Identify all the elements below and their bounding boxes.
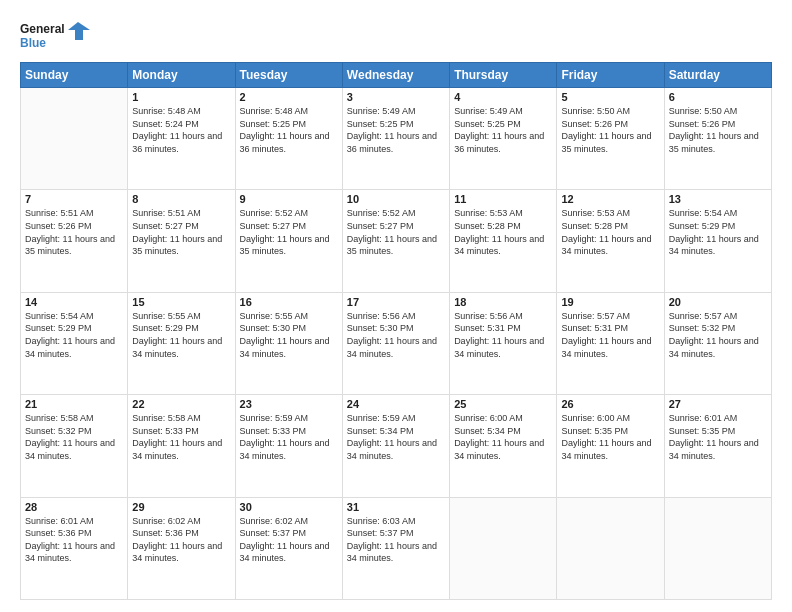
weekday-header: Wednesday [342,63,449,88]
day-info: Sunrise: 5:59 AMSunset: 5:33 PMDaylight:… [240,412,338,462]
day-number: 13 [669,193,767,205]
weekday-header: Tuesday [235,63,342,88]
calendar-week-row: 1Sunrise: 5:48 AMSunset: 5:24 PMDaylight… [21,88,772,190]
day-number: 15 [132,296,230,308]
calendar-cell [450,497,557,599]
calendar-cell: 14Sunrise: 5:54 AMSunset: 5:29 PMDayligh… [21,292,128,394]
calendar-cell: 17Sunrise: 5:56 AMSunset: 5:30 PMDayligh… [342,292,449,394]
day-number: 9 [240,193,338,205]
calendar-cell: 26Sunrise: 6:00 AMSunset: 5:35 PMDayligh… [557,395,664,497]
day-number: 19 [561,296,659,308]
calendar-cell: 10Sunrise: 5:52 AMSunset: 5:27 PMDayligh… [342,190,449,292]
day-number: 5 [561,91,659,103]
calendar-cell: 2Sunrise: 5:48 AMSunset: 5:25 PMDaylight… [235,88,342,190]
page: General Blue SundayMondayTuesdayWednesda… [0,0,792,612]
calendar-cell: 12Sunrise: 5:53 AMSunset: 5:28 PMDayligh… [557,190,664,292]
day-info: Sunrise: 5:50 AMSunset: 5:26 PMDaylight:… [669,105,767,155]
calendar-cell: 7Sunrise: 5:51 AMSunset: 5:26 PMDaylight… [21,190,128,292]
day-number: 26 [561,398,659,410]
day-number: 16 [240,296,338,308]
day-info: Sunrise: 5:59 AMSunset: 5:34 PMDaylight:… [347,412,445,462]
day-number: 3 [347,91,445,103]
calendar-cell [21,88,128,190]
svg-text:Blue: Blue [20,36,46,50]
calendar-cell: 23Sunrise: 5:59 AMSunset: 5:33 PMDayligh… [235,395,342,497]
day-info: Sunrise: 5:52 AMSunset: 5:27 PMDaylight:… [347,207,445,257]
calendar-cell: 29Sunrise: 6:02 AMSunset: 5:36 PMDayligh… [128,497,235,599]
day-number: 28 [25,501,123,513]
day-info: Sunrise: 5:49 AMSunset: 5:25 PMDaylight:… [454,105,552,155]
day-info: Sunrise: 5:58 AMSunset: 5:32 PMDaylight:… [25,412,123,462]
calendar-cell: 5Sunrise: 5:50 AMSunset: 5:26 PMDaylight… [557,88,664,190]
day-info: Sunrise: 5:53 AMSunset: 5:28 PMDaylight:… [561,207,659,257]
day-number: 22 [132,398,230,410]
calendar-week-row: 21Sunrise: 5:58 AMSunset: 5:32 PMDayligh… [21,395,772,497]
weekday-header: Saturday [664,63,771,88]
calendar-cell: 20Sunrise: 5:57 AMSunset: 5:32 PMDayligh… [664,292,771,394]
day-info: Sunrise: 6:01 AMSunset: 5:36 PMDaylight:… [25,515,123,565]
calendar-cell: 30Sunrise: 6:02 AMSunset: 5:37 PMDayligh… [235,497,342,599]
calendar-cell: 16Sunrise: 5:55 AMSunset: 5:30 PMDayligh… [235,292,342,394]
day-number: 24 [347,398,445,410]
day-info: Sunrise: 5:50 AMSunset: 5:26 PMDaylight:… [561,105,659,155]
day-number: 4 [454,91,552,103]
day-info: Sunrise: 6:02 AMSunset: 5:37 PMDaylight:… [240,515,338,565]
day-number: 27 [669,398,767,410]
calendar-cell: 21Sunrise: 5:58 AMSunset: 5:32 PMDayligh… [21,395,128,497]
day-number: 1 [132,91,230,103]
day-info: Sunrise: 5:51 AMSunset: 5:27 PMDaylight:… [132,207,230,257]
day-info: Sunrise: 5:54 AMSunset: 5:29 PMDaylight:… [25,310,123,360]
day-number: 29 [132,501,230,513]
calendar-cell: 3Sunrise: 5:49 AMSunset: 5:25 PMDaylight… [342,88,449,190]
calendar-cell: 31Sunrise: 6:03 AMSunset: 5:37 PMDayligh… [342,497,449,599]
day-number: 18 [454,296,552,308]
day-number: 2 [240,91,338,103]
day-info: Sunrise: 5:52 AMSunset: 5:27 PMDaylight:… [240,207,338,257]
day-number: 6 [669,91,767,103]
calendar-week-row: 14Sunrise: 5:54 AMSunset: 5:29 PMDayligh… [21,292,772,394]
day-number: 21 [25,398,123,410]
calendar-cell: 13Sunrise: 5:54 AMSunset: 5:29 PMDayligh… [664,190,771,292]
day-info: Sunrise: 5:57 AMSunset: 5:31 PMDaylight:… [561,310,659,360]
day-number: 30 [240,501,338,513]
day-info: Sunrise: 5:55 AMSunset: 5:29 PMDaylight:… [132,310,230,360]
day-number: 14 [25,296,123,308]
logo-svg: General Blue [20,18,90,54]
weekday-header: Monday [128,63,235,88]
calendar-cell: 28Sunrise: 6:01 AMSunset: 5:36 PMDayligh… [21,497,128,599]
calendar-cell [557,497,664,599]
day-info: Sunrise: 5:56 AMSunset: 5:30 PMDaylight:… [347,310,445,360]
day-number: 23 [240,398,338,410]
header: General Blue [20,18,772,54]
day-number: 20 [669,296,767,308]
calendar-cell: 18Sunrise: 5:56 AMSunset: 5:31 PMDayligh… [450,292,557,394]
calendar-week-row: 28Sunrise: 6:01 AMSunset: 5:36 PMDayligh… [21,497,772,599]
day-info: Sunrise: 6:02 AMSunset: 5:36 PMDaylight:… [132,515,230,565]
day-info: Sunrise: 5:57 AMSunset: 5:32 PMDaylight:… [669,310,767,360]
day-number: 12 [561,193,659,205]
svg-text:General: General [20,22,65,36]
day-number: 8 [132,193,230,205]
calendar-cell: 4Sunrise: 5:49 AMSunset: 5:25 PMDaylight… [450,88,557,190]
day-number: 7 [25,193,123,205]
svg-marker-2 [68,22,90,40]
day-number: 17 [347,296,445,308]
weekday-header: Thursday [450,63,557,88]
calendar-cell: 27Sunrise: 6:01 AMSunset: 5:35 PMDayligh… [664,395,771,497]
weekday-header: Friday [557,63,664,88]
day-info: Sunrise: 5:51 AMSunset: 5:26 PMDaylight:… [25,207,123,257]
calendar-cell: 15Sunrise: 5:55 AMSunset: 5:29 PMDayligh… [128,292,235,394]
weekday-header: Sunday [21,63,128,88]
calendar-cell: 22Sunrise: 5:58 AMSunset: 5:33 PMDayligh… [128,395,235,497]
calendar-cell: 24Sunrise: 5:59 AMSunset: 5:34 PMDayligh… [342,395,449,497]
day-number: 25 [454,398,552,410]
day-number: 31 [347,501,445,513]
day-info: Sunrise: 6:01 AMSunset: 5:35 PMDaylight:… [669,412,767,462]
day-info: Sunrise: 6:03 AMSunset: 5:37 PMDaylight:… [347,515,445,565]
day-info: Sunrise: 5:53 AMSunset: 5:28 PMDaylight:… [454,207,552,257]
day-info: Sunrise: 6:00 AMSunset: 5:35 PMDaylight:… [561,412,659,462]
calendar-cell: 25Sunrise: 6:00 AMSunset: 5:34 PMDayligh… [450,395,557,497]
calendar-cell: 19Sunrise: 5:57 AMSunset: 5:31 PMDayligh… [557,292,664,394]
day-info: Sunrise: 5:48 AMSunset: 5:25 PMDaylight:… [240,105,338,155]
logo: General Blue [20,18,90,54]
